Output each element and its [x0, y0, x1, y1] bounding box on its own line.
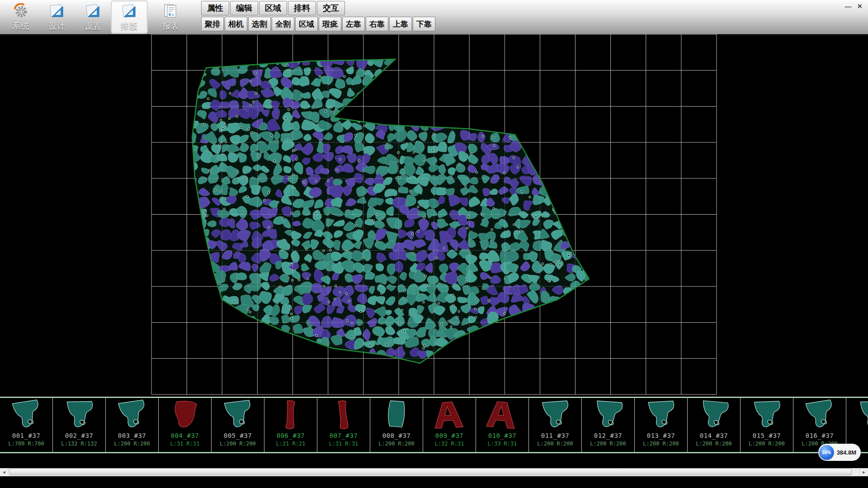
piece-id-label: 006_#37 [277, 432, 305, 439]
piece-thumbnail-5[interactable]: 005_#37L:200 R:200 [212, 398, 264, 452]
menu-actions-row: 聚排相机选割全割区域瑕疵左靠右靠上靠下靠 [201, 16, 436, 32]
piece-thumbnail-12[interactable]: 012_#37L:200 R:200 [582, 398, 635, 452]
menu-action-2[interactable]: 相机 [225, 17, 247, 31]
memory-status: 38% 384.8M [818, 444, 861, 461]
piece-lr-label: L:132 R:132 [61, 441, 97, 447]
toolbar-mode-label: 设置 [85, 21, 102, 32]
piece-thumbnail-1[interactable]: 001_#37L:700 R:700 [0, 398, 53, 452]
menu-action-9[interactable]: 上靠 [389, 17, 412, 31]
menu-tab-2[interactable]: 编辑 [230, 1, 258, 15]
menu-action-7[interactable]: 左靠 [342, 17, 365, 31]
menu-action-3[interactable]: 选割 [248, 17, 271, 31]
piece-lr-label: L:21 R:21 [276, 441, 305, 447]
menu-tab-3[interactable]: 区域 [259, 1, 287, 15]
main-toolbar: 系统设计设置排版报表 属性编辑区域排料交互 聚排相机选割全割区域瑕疵左靠右靠上靠… [0, 0, 868, 34]
piece-thumbnail-11[interactable]: 011_#37L:200 R:200 [529, 398, 582, 452]
piece-shape [57, 399, 102, 432]
piece-thumbnail-3[interactable]: 003_#37L:200 R:200 [106, 398, 159, 452]
menu-action-6[interactable]: 瑕疵 [319, 17, 341, 31]
piece-thumbnail-6[interactable]: 006_#37L:21 R:21 [264, 398, 317, 452]
piece-thumbnail-14[interactable]: 014_#37L:200 R:200 [688, 398, 741, 452]
piece-id-label: 009_#37 [435, 432, 464, 439]
piece-shape [691, 399, 736, 432]
piece-id-label: 013_#37 [647, 432, 675, 439]
piece-shape [215, 399, 260, 432]
piece-id-label: 012_#37 [594, 432, 623, 439]
piece-id-label: 004_#37 [171, 432, 199, 439]
piece-lr-label: L:200 R:200 [696, 441, 731, 447]
toolbar-mode-button-2[interactable]: 设计 [39, 1, 75, 33]
window-controls: — ✕ [844, 3, 863, 9]
setsquare-icon [85, 3, 101, 20]
setsquare-icon [49, 3, 65, 20]
menu-action-10[interactable]: 下靠 [413, 17, 435, 31]
piece-id-label: 001_#37 [12, 432, 41, 439]
piece-thumbnail-4[interactable]: 004_#37L:31 R:31 [159, 398, 212, 452]
piece-lr-label: L:200 R:200 [749, 441, 784, 447]
scrollbar-thumb[interactable] [9, 469, 852, 475]
toolbar-mode-button-3[interactable]: 设置 [75, 1, 111, 33]
piece-lr-label: L:200 R:200 [378, 441, 414, 447]
toolbar-mode-button-1[interactable]: 系统 [3, 1, 39, 33]
piece-id-label: 014_#37 [700, 432, 728, 439]
scroll-right-arrow[interactable]: ► [860, 468, 868, 476]
piece-lr-label: L:200 R:200 [537, 441, 573, 447]
horizontal-scrollbar[interactable]: ◄ ► [0, 468, 868, 476]
menu-tab-4[interactable]: 排料 [288, 1, 316, 15]
toolbar-mode-label: 系统 [12, 21, 29, 32]
piece-shape [850, 399, 868, 432]
piece-shape [321, 399, 366, 432]
piece-shape [268, 399, 313, 432]
menu-tab-1[interactable]: 属性 [201, 1, 229, 15]
piece-id-label: 015_#37 [753, 432, 781, 439]
piece-shape [109, 399, 155, 432]
piece-lr-label: L:31 R:31 [170, 441, 199, 447]
piece-id-label: 003_#37 [118, 432, 146, 439]
piece-id-label: 011_#37 [541, 432, 570, 439]
minimize-button[interactable]: — [844, 3, 851, 9]
piece-shape [162, 399, 208, 432]
piece-lr-label: L:33 R:31 [487, 441, 517, 447]
scroll-left-arrow[interactable]: ◄ [0, 468, 8, 476]
toolbar-mode-label: 排版 [121, 21, 138, 32]
piece-lr-label: L:32 R:31 [434, 441, 464, 447]
piece-thumbnail-7[interactable]: 007_#37L:31 R:31 [317, 398, 370, 452]
piece-shape [533, 399, 578, 432]
piece-lr-label: L:200 R:200 [643, 441, 679, 447]
piece-lr-label: L:31 R:31 [329, 441, 358, 447]
menu-action-4[interactable]: 全割 [272, 17, 294, 31]
menu-area: 属性编辑区域排料交互 聚排相机选割全割区域瑕疵左靠右靠上靠下靠 [201, 0, 436, 32]
menu-action-8[interactable]: 右靠 [366, 17, 388, 31]
main-mode-buttons: 系统设计设置排版报表 [0, 0, 189, 33]
piece-id-label: 007_#37 [330, 432, 358, 439]
close-button[interactable]: ✕ [857, 3, 863, 9]
piece-thumbnail-10[interactable]: 010_#37L:33 R:31 [476, 398, 529, 452]
piece-shape [374, 399, 419, 432]
piece-lr-label: L:200 R:200 [590, 441, 626, 447]
toolbar-mode-button-5[interactable]: 报表 [153, 1, 189, 33]
piece-thumbnail-9[interactable]: 009_#37L:32 R:31 [423, 398, 476, 452]
report-icon [163, 3, 179, 20]
nesting-canvas[interactable] [0, 34, 868, 397]
toolbar-mode-label: 报表 [162, 21, 179, 32]
piece-shape [638, 399, 684, 432]
piece-id-label: 016_#37 [806, 432, 834, 439]
pieces-strip: 001_#37L:700 R:700002_#37L:132 R:132003_… [0, 397, 868, 453]
toolbar-mode-button-4[interactable]: 排版 [111, 1, 147, 33]
menu-tab-5[interactable]: 交互 [317, 1, 345, 15]
piece-lr-label: L:700 R:700 [8, 441, 44, 447]
piece-shape [427, 399, 472, 432]
piece-thumbnail-15[interactable]: 015_#37L:200 R:200 [741, 398, 793, 452]
piece-shape [4, 399, 49, 432]
piece-shape [744, 399, 789, 432]
piece-thumbnail-8[interactable]: 008_#37L:200 R:200 [370, 398, 423, 452]
menu-action-5[interactable]: 区域 [295, 17, 318, 31]
piece-lr-label: L:200 R:200 [114, 441, 150, 447]
scrollbar-track[interactable] [8, 468, 860, 476]
piece-thumbnail-13[interactable]: 013_#37L:200 R:200 [635, 398, 688, 452]
toolbar-mode-label: 设计 [48, 21, 66, 32]
piece-thumbnail-2[interactable]: 002_#37L:132 R:132 [53, 398, 106, 452]
menu-action-1[interactable]: 聚排 [201, 17, 224, 31]
piece-id-label: 010_#37 [488, 432, 517, 439]
piece-id-label: 005_#37 [224, 432, 252, 439]
